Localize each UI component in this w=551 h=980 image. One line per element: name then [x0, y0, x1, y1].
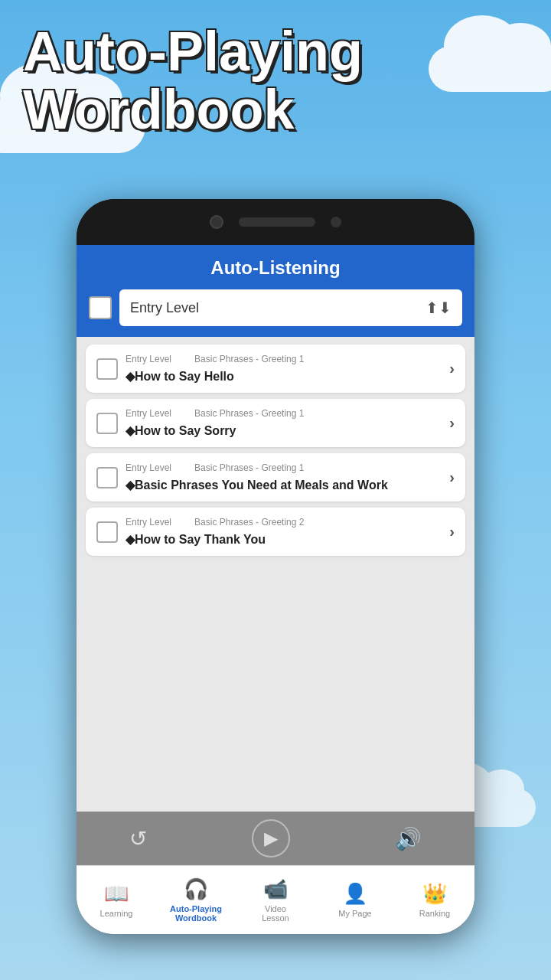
app-header-title: Auto-Listening: [89, 257, 462, 279]
wordbook-icon: 🎧: [184, 877, 208, 901]
lesson-level-1: Entry Level: [126, 354, 171, 364]
ranking-icon: 👑: [422, 882, 447, 906]
phone-speaker: [239, 217, 315, 227]
mypage-icon: 👤: [343, 882, 367, 906]
phone-camera: [210, 215, 223, 229]
lesson-meta-2: Entry Level Basic Phrases - Greeting 1: [126, 408, 442, 419]
app-header: Auto-Listening Entry Level ⬆⬇: [77, 245, 474, 337]
level-dropdown[interactable]: Entry Level ⬆⬇: [119, 289, 462, 326]
lesson-arrow-2[interactable]: ›: [449, 414, 455, 432]
lesson-info-1: Entry Level Basic Phrases - Greeting 1 ◆…: [126, 354, 442, 384]
lesson-info-4: Entry Level Basic Phrases - Greeting 2 ◆…: [126, 517, 442, 547]
lesson-level-4: Entry Level: [126, 517, 171, 528]
nav-item-learning[interactable]: 📖 Learning: [77, 876, 156, 924]
bottom-nav: 📖 Learning 🎧 Auto-PlayingWordbook 📹 Vide…: [77, 865, 474, 934]
lesson-level-3: Entry Level: [126, 462, 171, 473]
list-item[interactable]: Entry Level Basic Phrases - Greeting 1 ◆…: [86, 453, 465, 501]
level-dropdown-text: Entry Level: [130, 300, 199, 316]
play-button[interactable]: ▶: [252, 819, 290, 858]
level-selector-row: Entry Level ⬆⬇: [89, 289, 462, 326]
lesson-category-1: Basic Phrases - Greeting 1: [194, 354, 304, 364]
page-title: Auto-Playing Wordbook: [23, 23, 363, 139]
list-item[interactable]: Entry Level Basic Phrases - Greeting 1 ◆…: [86, 399, 465, 447]
nav-label-ranking: Ranking: [419, 909, 450, 918]
lesson-checkbox-1[interactable]: [96, 358, 118, 380]
lesson-meta-1: Entry Level Basic Phrases - Greeting 1: [126, 354, 442, 364]
dropdown-arrow-icon: ⬆⬇: [425, 299, 452, 317]
lesson-meta-3: Entry Level Basic Phrases - Greeting 1: [126, 462, 442, 473]
lesson-info-2: Entry Level Basic Phrases - Greeting 1 ◆…: [126, 408, 442, 438]
lesson-arrow-3[interactable]: ›: [449, 469, 455, 486]
lesson-arrow-4[interactable]: ›: [449, 523, 455, 541]
lesson-meta-4: Entry Level Basic Phrases - Greeting 2: [126, 517, 442, 528]
page-title-container: Auto-Playing Wordbook: [23, 23, 363, 139]
nav-label-wordbook: Auto-PlayingWordbook: [170, 904, 222, 923]
level-select-all-checkbox[interactable]: [89, 296, 112, 319]
phone-button: [331, 217, 341, 227]
lesson-checkbox-3[interactable]: [96, 467, 118, 488]
lesson-title-4: ◆How to Say Thank You: [126, 532, 442, 547]
lesson-checkbox-2[interactable]: [96, 413, 118, 434]
lesson-category-2: Basic Phrases - Greeting 1: [194, 408, 304, 419]
nav-label-video: VideoLesson: [262, 904, 289, 923]
nav-item-mypage[interactable]: 👤 My Page: [315, 876, 395, 924]
play-icon: ▶: [264, 828, 278, 849]
nav-item-video[interactable]: 📹 VideoLesson: [236, 871, 315, 929]
lesson-arrow-1[interactable]: ›: [449, 360, 455, 377]
lesson-level-2: Entry Level: [126, 408, 171, 419]
lesson-checkbox-4[interactable]: [96, 521, 118, 543]
lesson-category-3: Basic Phrases - Greeting 1: [194, 462, 304, 473]
list-item[interactable]: Entry Level Basic Phrases - Greeting 1 ◆…: [86, 345, 465, 393]
lesson-title-2: ◆How to Say Sorry: [126, 423, 442, 438]
replay-button[interactable]: ↺: [129, 826, 147, 851]
nav-label-mypage: My Page: [338, 909, 371, 918]
nav-item-wordbook[interactable]: 🎧 Auto-PlayingWordbook: [156, 871, 236, 929]
learning-icon: 📖: [104, 882, 129, 906]
nav-item-ranking[interactable]: 👑 Ranking: [395, 876, 474, 924]
lesson-category-4: Basic Phrases - Greeting 2: [194, 517, 304, 528]
media-controls: ↺ ▶ 🔊: [77, 812, 474, 865]
lesson-info-3: Entry Level Basic Phrases - Greeting 1 ◆…: [126, 462, 442, 492]
lesson-list: Entry Level Basic Phrases - Greeting 1 ◆…: [77, 337, 474, 812]
volume-button[interactable]: 🔊: [395, 826, 422, 851]
phone-screen: Auto-Listening Entry Level ⬆⬇ Entry Leve…: [77, 245, 474, 934]
cloud-1: [429, 46, 551, 92]
lesson-title-1: ◆How to Say Hello: [126, 369, 442, 384]
lesson-title-3: ◆Basic Phrases You Need at Meals and Wor…: [126, 478, 442, 492]
phone-top-bar: [77, 199, 474, 245]
list-item[interactable]: Entry Level Basic Phrases - Greeting 2 ◆…: [86, 508, 465, 556]
phone-frame: Auto-Listening Entry Level ⬆⬇ Entry Leve…: [77, 199, 474, 934]
nav-label-learning: Learning: [100, 909, 133, 918]
video-icon: 📹: [263, 877, 288, 901]
